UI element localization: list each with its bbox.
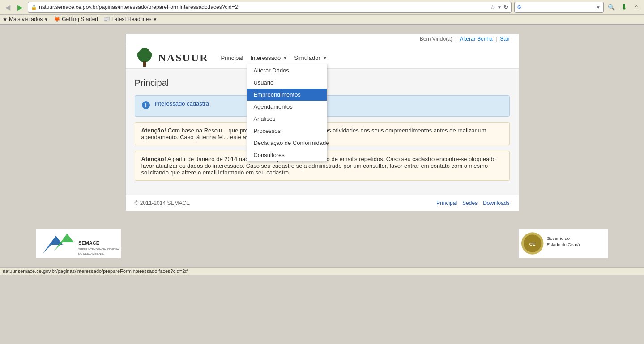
svg-text:Estado do Ceará: Estado do Ceará (546, 242, 580, 247)
governo-logo: CE Governo do Estado do Ceará (519, 229, 608, 258)
interessado-dropdown-wrapper: Interessado Alterar Dados Usuário Empree… (247, 53, 290, 63)
bookmarks-bar: ★ Mais visitados ▼ 🦊 Getting Started 📰 L… (0, 15, 644, 24)
bookmark-getting-started-label: Getting Started (62, 16, 98, 22)
home-icon[interactable]: ⌂ (631, 2, 641, 12)
main-content: Bem Vindo(a) | Alterar Senha | Sair (0, 25, 644, 220)
google-search-box: G ▼ (514, 2, 604, 13)
getting-started-icon: 🦊 (54, 16, 60, 22)
site-footer: © 2011-2014 SEMACE Principal Sedes Downl… (126, 195, 519, 211)
footer-links: Principal Sedes Downloads (436, 200, 509, 206)
address-lock-icon: 🔒 (31, 4, 37, 10)
google-icon: G (517, 4, 521, 10)
footer-downloads-link[interactable]: Downloads (483, 200, 509, 206)
browser-toolbar: ◀ ▶ 🔒 ☆ ▼ ↻ G ▼ 🔍 ⬇ ⌂ (0, 0, 644, 15)
info-link[interactable]: Interessado cadastra (155, 100, 209, 107)
nav-simulador[interactable]: Simulador (290, 53, 330, 63)
site-container: Bem Vindo(a) | Alterar Senha | Sair (125, 34, 519, 211)
logo-area: NASUUR (135, 48, 209, 68)
warning2-bold: Atenção! (141, 156, 166, 162)
back-button[interactable]: ◀ (3, 2, 13, 12)
simulador-caret-icon (323, 57, 327, 59)
nav-simulador-label: Simulador (294, 55, 320, 61)
svg-rect-4 (143, 61, 146, 67)
browser-chrome: ◀ ▶ 🔒 ☆ ▼ ↻ G ▼ 🔍 ⬇ ⌂ ★ Mais (0, 0, 644, 25)
welcome-text: Bem Vindo(a) (420, 36, 452, 42)
svg-text:Governo do: Governo do (546, 236, 570, 241)
info-circle-icon: i (141, 101, 150, 112)
footer-principal-link[interactable]: Principal (436, 200, 457, 206)
mais-visitados-dropdown-icon: ▼ (44, 17, 48, 22)
menu-analises[interactable]: Análises (247, 113, 327, 125)
nav-principal[interactable]: Principal (218, 53, 247, 63)
address-icons: ☆ ▼ ↻ (490, 4, 508, 11)
logo-nav-area: NASUUR Principal Interessado (135, 48, 330, 68)
svg-text:DO MEIO AMBIENTE: DO MEIO AMBIENTE (78, 252, 104, 255)
svg-point-3 (138, 53, 151, 62)
svg-text:i: i (145, 102, 147, 109)
menu-alterar-dados[interactable]: Alterar Dados (247, 64, 327, 76)
nav-menu-bar: Principal Interessado Alterar Dados Usuá… (218, 53, 330, 63)
forward-button[interactable]: ▶ (15, 2, 25, 12)
bookmark-mais-visitados-label: Mais visitados (9, 16, 43, 22)
interessado-dropdown-menu: Alterar Dados Usuário Empreendimentos Ag… (247, 64, 327, 161)
bookmark-getting-started[interactable]: 🦊 Getting Started (54, 16, 98, 22)
bookmark-mais-visitados[interactable]: ★ Mais visitados ▼ (3, 16, 48, 22)
menu-declaracao[interactable]: Declaração de Conformidade (247, 137, 327, 149)
interessado-caret-icon (283, 57, 287, 59)
address-bar-container: 🔒 ☆ ▼ ↻ (28, 2, 512, 13)
sair-link[interactable]: Sair (500, 36, 509, 42)
header-top: Bem Vindo(a) | Alterar Senha | Sair (126, 34, 519, 44)
google-search-input[interactable] (523, 4, 597, 10)
bookmark-latest-headlines-label: Latest Headlines (111, 16, 151, 22)
semace-logo-svg: SEMACE SUPERINTENDÊNCIA ESTADUAL DO MEIO… (36, 229, 121, 258)
semace-logo: SEMACE SUPERINTENDÊNCIA ESTADUAL DO MEIO… (36, 229, 121, 258)
status-text: natuur.semace.ce.gov.br/paginas/interess… (3, 268, 188, 274)
info-box-text: Interessado cadastra (155, 100, 209, 107)
latest-headlines-dropdown-icon: ▼ (153, 17, 157, 22)
header-inner: NASUUR Principal Interessado (126, 44, 519, 68)
logos-section: SEMACE SUPERINTENDÊNCIA ESTADUAL DO MEIO… (0, 220, 644, 267)
menu-agendamentos[interactable]: Agendamentos (247, 101, 327, 113)
site-header-wrapper: Bem Vindo(a) | Alterar Senha | Sair (126, 34, 519, 69)
bookmark-latest-headlines[interactable]: 📰 Latest Headlines ▼ (103, 16, 157, 22)
address-bar-input[interactable] (39, 4, 490, 10)
menu-empreendimentos[interactable]: Empreendimentos (247, 89, 327, 101)
logo-tree-icon (135, 48, 155, 68)
svg-text:SUPERINTENDÊNCIA ESTADUAL: SUPERINTENDÊNCIA ESTADUAL (78, 247, 121, 251)
zoom-icon[interactable]: 🔍 (606, 2, 616, 12)
toolbar-side-icons: 🔍 ⬇ ⌂ (606, 2, 641, 12)
nav-interessado[interactable]: Interessado (247, 53, 290, 63)
search-dropdown-icon[interactable]: ▼ (596, 5, 601, 10)
menu-processos[interactable]: Processos (247, 125, 327, 137)
svg-text:CE: CE (529, 242, 536, 246)
status-bar: natuur.semace.ce.gov.br/paginas/interess… (0, 267, 644, 275)
google-search-area: G ▼ (514, 2, 604, 13)
svg-text:SEMACE: SEMACE (78, 240, 99, 246)
nav-interessado-label: Interessado (250, 55, 281, 61)
logo-text: NASUUR (158, 52, 209, 64)
mais-visitados-icon: ★ (3, 16, 8, 22)
governo-logo-svg: CE Governo do Estado do Ceará (519, 229, 608, 258)
warning1-bold: Atenção! (141, 127, 166, 134)
refresh-icon[interactable]: ↻ (503, 4, 508, 11)
footer-sedes-link[interactable]: Sedes (462, 200, 478, 206)
download-icon[interactable]: ⬇ (619, 2, 629, 12)
star-icon[interactable]: ☆ (490, 4, 495, 11)
dropdown-arrow-icon[interactable]: ▼ (497, 5, 502, 10)
menu-usuario[interactable]: Usuário (247, 76, 327, 89)
menu-consultores[interactable]: Consultores (247, 149, 327, 161)
alterar-senha-link[interactable]: Alterar Senha (460, 36, 492, 42)
latest-headlines-icon: 📰 (103, 16, 110, 22)
footer-copyright: © 2011-2014 SEMACE (135, 200, 190, 206)
